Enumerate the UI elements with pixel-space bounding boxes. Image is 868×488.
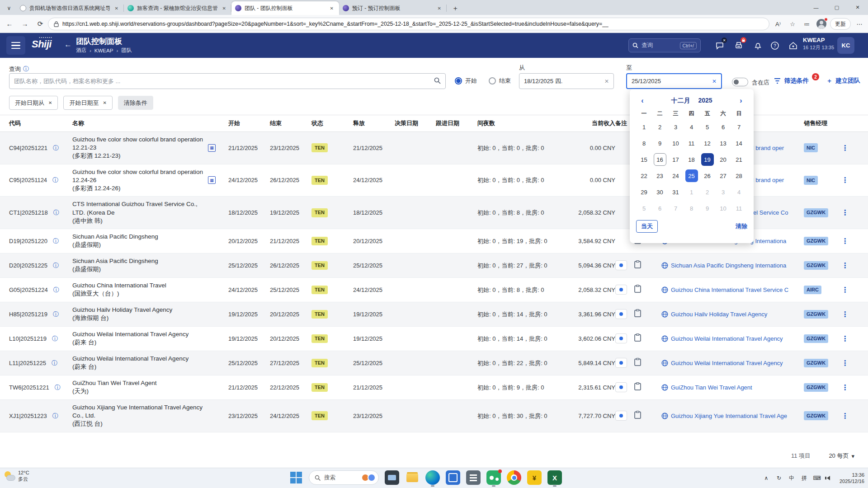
calendar-day[interactable]: 14: [731, 135, 747, 151]
info-icon[interactable]: ⓘ: [52, 176, 58, 184]
calendar-day[interactable]: 4: [684, 119, 699, 135]
info-icon[interactable]: ⓘ: [52, 359, 57, 367]
browser-update-button[interactable]: 更新: [830, 18, 851, 30]
calendar-day[interactable]: 2: [652, 119, 668, 135]
header-end[interactable]: 结束: [270, 119, 311, 127]
clipboard-icon[interactable]: [634, 260, 641, 268]
volume-icon[interactable]: [824, 472, 835, 484]
row-menu-icon[interactable]: ⋮: [831, 261, 859, 271]
calendar-day[interactable]: 7: [668, 200, 684, 216]
header-revenue[interactable]: 当前收入: [550, 119, 615, 127]
table-row[interactable]: L11|20251225 ⓘ Guizhou Weilai Internatio…: [0, 351, 868, 375]
next-month-icon[interactable]: ›: [735, 97, 747, 105]
window-close-button[interactable]: ✕: [847, 0, 868, 15]
header-status[interactable]: 状态: [311, 119, 353, 127]
table-row[interactable]: H85|20251219 ⓘ Guizhou Hailv Holiday Tra…: [0, 302, 868, 327]
browser-tab[interactable]: 团队 - 团队控制面板 ✕: [231, 1, 339, 15]
info-icon[interactable]: ⓘ: [53, 144, 59, 152]
clear-to-date-icon[interactable]: ✕: [712, 78, 717, 84]
new-tab-button[interactable]: ＋: [449, 2, 461, 14]
ime-pinyin-indicator[interactable]: 拼: [799, 472, 810, 484]
clipboard-icon[interactable]: [634, 411, 641, 419]
home-launcher-icon[interactable]: [787, 39, 799, 52]
calendar-day[interactable]: 3: [668, 119, 684, 135]
calendar-day[interactable]: 6: [652, 200, 668, 216]
chrome-icon[interactable]: [507, 470, 521, 485]
chip-close-icon[interactable]: ✕: [103, 100, 106, 105]
invoice-yen-icon[interactable]: ¥: [527, 470, 542, 485]
calendar-day[interactable]: 16: [652, 151, 668, 168]
global-search-input[interactable]: 查询 Ctrl+/: [628, 38, 701, 52]
calendar-clear-button[interactable]: 清除: [736, 222, 747, 230]
calendar-day[interactable]: 23: [652, 168, 668, 184]
address-bar[interactable]: https://cn1.web.ep.shiji.world/reservati…: [48, 18, 769, 30]
calendar-day[interactable]: 30: [652, 184, 668, 200]
company-link[interactable]: Guizhou Hailv Holiday Travel Agency: [671, 310, 804, 319]
page-size-select[interactable]: 20 每页 ▾: [829, 452, 854, 460]
tab-search-chevron-icon[interactable]: ∨: [3, 2, 15, 14]
header-followup[interactable]: 跟进日期: [436, 119, 477, 127]
company-link[interactable]: Guizhou Weilai International Travel Agen…: [671, 335, 804, 343]
table-row[interactable]: TW6|20251221 ⓘ GuiZhou Tian Wei Travel A…: [0, 375, 868, 400]
info-icon[interactable]: ⓘ: [53, 262, 59, 270]
wechat-icon[interactable]: [486, 470, 501, 485]
calendar-day[interactable]: 19: [699, 151, 715, 168]
company-link[interactable]: Guizhou Weilai International Travel Agen…: [671, 359, 804, 367]
calendar-year[interactable]: 2025: [698, 97, 712, 105]
header-decision[interactable]: 决策日期: [395, 119, 436, 127]
row-menu-icon[interactable]: ⋮: [831, 143, 859, 153]
browser-tab[interactable]: 旅客查询 - 紫楠旅馆业治安信息管 ✕: [124, 1, 231, 15]
table-row[interactable]: XJ1|20251223 ⓘ Guizhou Xijiang Yue Inter…: [0, 400, 868, 432]
clipboard-icon[interactable]: [634, 309, 641, 317]
calendar-day[interactable]: 18: [684, 151, 699, 168]
calendar-day[interactable]: 24: [668, 168, 684, 184]
help-icon[interactable]: ?: [769, 39, 781, 52]
favorite-star-icon[interactable]: ☆: [787, 18, 798, 30]
row-menu-icon[interactable]: ⋮: [831, 411, 859, 421]
window-minimize-button[interactable]: —: [806, 0, 826, 15]
table-row[interactable]: D20|20251225 ⓘ Sichuan Asia Pacific Ding…: [0, 253, 868, 278]
calendar-day[interactable]: 12: [699, 135, 715, 151]
info-icon[interactable]: ⓘ: [52, 335, 58, 343]
calendar-day[interactable]: 26: [699, 168, 715, 184]
browser-tab[interactable]: 预订 - 预订控制面板 ✕: [339, 1, 447, 15]
note-indicator[interactable]: [615, 411, 627, 421]
create-group-button[interactable]: ＋ 建立团队: [826, 77, 860, 85]
from-date-input[interactable]: 18/12/2025 四. ✕: [519, 73, 614, 89]
company-link[interactable]: Sichuan Asia Pacific Dingsheng Internati…: [671, 262, 804, 270]
calendar-day[interactable]: 4: [731, 184, 747, 200]
property-info[interactable]: KWEAP 16 12月 13:35: [803, 37, 834, 51]
clipboard-icon[interactable]: [634, 358, 641, 366]
grey-app-icon[interactable]: [466, 470, 481, 485]
blue-app-icon[interactable]: [446, 470, 460, 485]
filter-chip[interactable]: 清除条件: [118, 96, 153, 110]
browser-menu-icon[interactable]: ⋯: [854, 18, 865, 30]
cashier-printer-icon[interactable]: [732, 39, 745, 52]
calendar-day[interactable]: 28: [731, 168, 747, 184]
refresh-button[interactable]: ⟳: [34, 18, 46, 30]
note-indicator[interactable]: [615, 358, 627, 368]
sync-icon[interactable]: ↻: [774, 472, 784, 484]
page-back-icon[interactable]: ←: [64, 40, 72, 49]
today-button[interactable]: 当天: [636, 220, 658, 233]
calendar-day[interactable]: 11: [684, 135, 699, 151]
filter-chip[interactable]: 开始日期从 ✕: [9, 96, 58, 110]
prev-month-icon[interactable]: ‹: [636, 97, 649, 105]
hidden-icons-chevron[interactable]: ∧: [761, 472, 772, 484]
edge-browser-icon[interactable]: [425, 470, 440, 485]
header-code[interactable]: 代码: [9, 119, 72, 127]
calendar-day[interactable]: 5: [636, 200, 652, 216]
clipboard-icon[interactable]: [634, 382, 641, 390]
calendar-month[interactable]: 十二月: [671, 97, 690, 105]
weather-widget[interactable]: 12°C 多云: [4, 470, 29, 483]
touch-keyboard-icon[interactable]: ⌨: [811, 472, 822, 484]
tab-close-icon[interactable]: ✕: [113, 5, 120, 12]
calendar-day[interactable]: 1: [636, 119, 652, 135]
calendar-day[interactable]: 22: [636, 168, 652, 184]
taskbar-clock[interactable]: 13:36 2025/12/16: [840, 472, 864, 485]
browser-tab[interactable]: 贵阳机场智选假日酒店系统网址导 ✕: [16, 1, 124, 15]
calendar-day[interactable]: 8: [636, 135, 652, 151]
calendar-day[interactable]: 25: [684, 168, 699, 184]
table-row[interactable]: L10|20251219 ⓘ Guizhou Weilai Internatio…: [0, 327, 868, 351]
notifications-bell-icon[interactable]: [751, 39, 764, 52]
